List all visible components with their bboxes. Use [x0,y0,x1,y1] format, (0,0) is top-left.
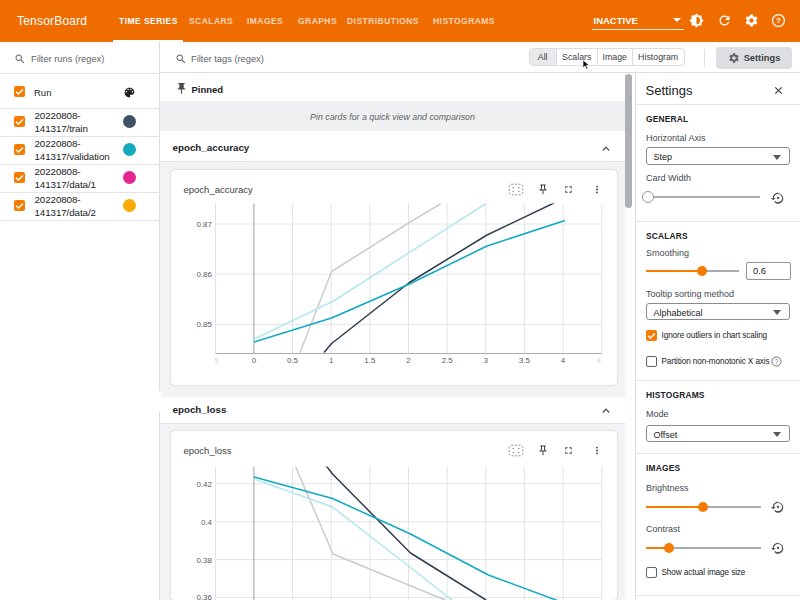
svg-text:0.5: 0.5 [287,356,299,365]
svg-text:0.85: 0.85 [196,320,212,329]
svg-text:0.36: 0.36 [196,593,212,600]
svg-text:0.87: 0.87 [196,220,212,229]
svg-text:2.5: 2.5 [442,356,454,365]
svg-text:0: 0 [252,356,257,365]
svg-text:1.5: 1.5 [364,356,376,365]
svg-text:2: 2 [406,356,411,365]
svg-text:3.5: 3.5 [519,356,531,365]
svg-text:?: ? [775,358,779,365]
svg-text:?: ? [776,16,781,25]
svg-text:4: 4 [597,356,602,365]
svg-text:0.38: 0.38 [196,556,212,565]
svg-text:0.86: 0.86 [196,270,212,279]
svg-text:5: 5 [214,356,219,365]
svg-text:0.42: 0.42 [196,480,212,489]
svg-text:4: 4 [561,356,566,365]
svg-text:1: 1 [329,356,334,365]
svg-text:3: 3 [484,356,489,365]
svg-text:0.4: 0.4 [201,518,213,527]
